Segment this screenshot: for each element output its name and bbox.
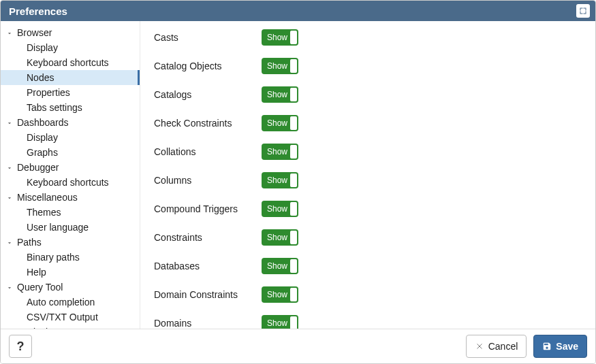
setting-label: Databases — [154, 261, 262, 271]
toggle-knob — [290, 59, 297, 73]
setting-label: Catalog Objects — [154, 61, 262, 71]
help-button[interactable]: ? — [9, 335, 32, 358]
footer: ? Cancel Save — [1, 329, 595, 363]
setting-row: DatabasesShow — [154, 258, 582, 274]
toggle-casts[interactable]: Show — [262, 29, 298, 46]
tree-item-display[interactable]: Display — [1, 325, 140, 329]
preferences-dialog: Preferences BrowserDisplayKeyboard short… — [0, 0, 596, 364]
chevron-down-icon — [6, 282, 16, 292]
toggle-domains[interactable]: Show — [262, 315, 298, 329]
setting-label: Constraints — [154, 232, 262, 243]
tree-item-label: Nodes — [27, 72, 54, 83]
toggle-label: Show — [262, 318, 287, 328]
tree-item-user-language[interactable]: User language — [1, 220, 140, 235]
expand-icon — [579, 7, 587, 15]
tree-item-keyboard-shortcuts[interactable]: Keyboard shortcuts — [1, 175, 140, 190]
toggle-knob — [290, 259, 297, 273]
tree-item-label: Tabs settings — [27, 102, 82, 113]
chevron-down-icon — [6, 163, 16, 172]
settings-panel: CastsShowCatalog ObjectsShowCatalogsShow… — [140, 21, 595, 329]
tree-item-keyboard-shortcuts[interactable]: Keyboard shortcuts — [1, 55, 140, 70]
save-icon — [542, 342, 552, 351]
chevron-down-icon — [6, 193, 16, 202]
titlebar: Preferences — [1, 1, 595, 21]
cancel-label: Cancel — [488, 341, 518, 352]
tree-item-display[interactable]: Display — [1, 130, 140, 145]
tree-group: Query ToolAuto completionCSV/TXT OutputD… — [1, 280, 140, 329]
tree-item-binary-paths[interactable]: Binary paths — [1, 250, 140, 265]
setting-row: ConstraintsShow — [154, 229, 582, 246]
setting-label: Compound Triggers — [154, 203, 262, 214]
tree-item-help[interactable]: Help — [1, 265, 140, 280]
toggle-knob — [290, 31, 297, 44]
setting-row: DomainsShow — [154, 315, 582, 329]
setting-label: Domain Constraints — [154, 289, 262, 300]
tree-item-label: Auto completion — [27, 297, 95, 308]
toggle-databases[interactable]: Show — [262, 258, 298, 274]
toggle-label: Show — [262, 290, 287, 299]
setting-row: CatalogsShow — [154, 86, 582, 103]
tree-item-label: Display — [27, 327, 58, 329]
tree-group: PathsBinary pathsHelp — [1, 235, 140, 280]
setting-row: CollationsShow — [154, 144, 582, 160]
setting-row: Catalog ObjectsShow — [154, 58, 582, 74]
toggle-check-constraints[interactable]: Show — [262, 115, 298, 131]
tree-item-graphs[interactable]: Graphs — [1, 145, 140, 160]
toggle-constraints[interactable]: Show — [262, 229, 298, 246]
toggle-domain-constraints[interactable]: Show — [262, 286, 298, 303]
tree-item-properties[interactable]: Properties — [1, 85, 140, 100]
tree-item-label: Keyboard shortcuts — [27, 177, 109, 188]
tree-item-auto-completion[interactable]: Auto completion — [1, 295, 140, 310]
tree-header-label: Paths — [17, 237, 42, 248]
expand-button[interactable] — [576, 4, 590, 18]
setting-row: CastsShow — [154, 29, 582, 46]
tree-header-miscellaneous[interactable]: Miscellaneous — [1, 190, 140, 205]
toggle-columns[interactable]: Show — [262, 172, 298, 188]
tree-item-label: Binary paths — [27, 252, 80, 263]
tree-item-csv/txt-output[interactable]: CSV/TXT Output — [1, 310, 140, 325]
setting-row: Check ConstraintsShow — [154, 115, 582, 131]
toggle-catalogs[interactable]: Show — [262, 86, 298, 103]
tree-item-nodes[interactable]: Nodes — [1, 70, 140, 85]
toggle-collations[interactable]: Show — [262, 144, 298, 160]
setting-row: ColumnsShow — [154, 172, 582, 188]
tree-item-themes[interactable]: Themes — [1, 205, 140, 220]
setting-row: Domain ConstraintsShow — [154, 286, 582, 303]
tree-item-label: Themes — [27, 207, 61, 218]
toggle-catalog-objects[interactable]: Show — [262, 58, 298, 74]
tree-item-display[interactable]: Display — [1, 40, 140, 55]
toggle-knob — [290, 202, 297, 216]
toggle-label: Show — [262, 204, 287, 214]
toggle-knob — [290, 116, 297, 130]
toggle-label: Show — [262, 33, 287, 42]
setting-row: Compound TriggersShow — [154, 201, 582, 217]
tree-header-paths[interactable]: Paths — [1, 235, 140, 250]
setting-label: Domains — [154, 318, 262, 329]
toggle-label: Show — [262, 147, 287, 156]
dialog-title: Preferences — [9, 5, 67, 17]
tree-header-label: Miscellaneous — [17, 192, 78, 203]
setting-label: Catalogs — [154, 89, 262, 100]
chevron-down-icon — [6, 118, 16, 127]
tree-header-label: Query Tool — [17, 282, 63, 293]
tree-header-query-tool[interactable]: Query Tool — [1, 280, 140, 295]
close-icon — [475, 342, 484, 351]
setting-label: Columns — [154, 175, 262, 186]
toggle-label: Show — [262, 233, 287, 242]
tree-header-browser[interactable]: Browser — [1, 25, 140, 40]
help-icon: ? — [17, 340, 25, 354]
tree-item-label: CSV/TXT Output — [27, 312, 98, 322]
tree-header-dashboards[interactable]: Dashboards — [1, 115, 140, 130]
tree-header-label: Dashboards — [17, 117, 69, 128]
tree-item-tabs-settings[interactable]: Tabs settings — [1, 100, 140, 115]
cancel-button[interactable]: Cancel — [466, 335, 527, 358]
tree-item-label: User language — [27, 222, 89, 233]
setting-label: Casts — [154, 32, 262, 43]
tree-header-label: Debugger — [17, 162, 59, 173]
save-button[interactable]: Save — [533, 335, 587, 358]
tree-item-label: Display — [27, 132, 58, 143]
tree-header-debugger[interactable]: Debugger — [1, 160, 140, 175]
tree-item-label: Keyboard shortcuts — [27, 57, 109, 68]
toggle-compound-triggers[interactable]: Show — [262, 201, 298, 217]
tree-item-label: Graphs — [27, 147, 58, 158]
